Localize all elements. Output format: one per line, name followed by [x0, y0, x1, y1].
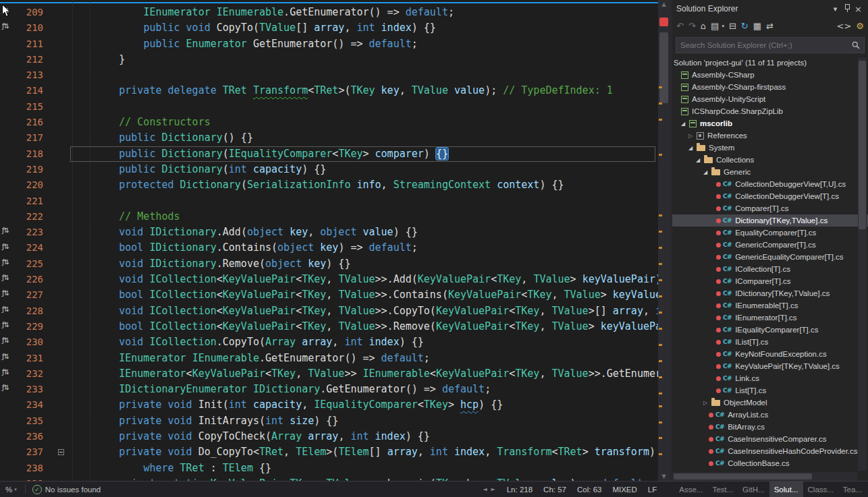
document-health-indicator[interactable]: ✓ No issues found: [28, 485, 105, 494]
tree-item[interactable]: ◢System: [672, 142, 868, 154]
implements-interface-icon[interactable]: ƒ⇅: [2, 274, 9, 281]
code-line-236[interactable]: private void CopyToCheck(Array array, in…: [70, 429, 658, 444]
panel-title-bar[interactable]: Solution Explorer ▾×: [672, 0, 868, 18]
code-line-211[interactable]: public Enumerator GetEnumerator() => def…: [70, 36, 658, 52]
tree-item[interactable]: C#CollectionDebuggerView[T].cs: [672, 190, 868, 202]
expander-icon[interactable]: ◢: [703, 169, 711, 175]
tree-item[interactable]: C#KeyValuePair[TKey,TValue].cs: [672, 360, 868, 372]
implements-interface-icon[interactable]: ƒ⇅: [2, 321, 9, 328]
code-line-222[interactable]: // Methods: [70, 209, 658, 225]
pin-icon[interactable]: [841, 3, 852, 14]
tree-vertical-scrollbar[interactable]: [858, 58, 867, 471]
implements-interface-icon[interactable]: ƒ⇅: [2, 353, 9, 360]
search-box[interactable]: Search Solution Explorer (Ctrl+;): [676, 37, 865, 53]
code-line-231[interactable]: IEnumerator IEnumerable.GetEnumerator() …: [70, 351, 658, 366]
editor-vertical-scrollbar[interactable]: ▲ ▼: [658, 0, 670, 481]
implements-interface-icon[interactable]: ƒ⇅: [2, 384, 9, 391]
tool-window-tab[interactable]: Class...: [803, 481, 838, 497]
implements-interface-icon[interactable]: ƒ⇅: [2, 289, 9, 297]
tree-item[interactable]: C#List[T].cs: [672, 384, 868, 397]
tree-item[interactable]: Assembly-CSharp: [672, 69, 868, 81]
tree-item[interactable]: ◢Generic: [672, 166, 868, 178]
chevron-down-icon[interactable]: ▾: [722, 24, 724, 29]
tree-item[interactable]: C#EqualityComparer[T].cs: [672, 227, 868, 239]
implements-interface-icon[interactable]: ƒ⇅: [2, 305, 9, 313]
code-line-213[interactable]: [70, 67, 658, 83]
code-line-210[interactable]: public void CopyTo(TValue[] array, int i…: [70, 20, 658, 36]
code-line-233[interactable]: IDictionaryEnumerator IDictionary.GetEnu…: [70, 382, 658, 397]
code-line-215[interactable]: [70, 99, 658, 115]
code-line-234[interactable]: private void Init(int capacity, IEqualit…: [70, 397, 658, 413]
wrench-icon[interactable]: ⚙: [856, 21, 864, 32]
implements-interface-icon[interactable]: ƒ⇅: [2, 243, 9, 250]
tree-item[interactable]: C#Comparer[T].cs: [672, 202, 868, 214]
code-line-238[interactable]: where TRet : TElem {}: [70, 461, 658, 476]
tree-item[interactable]: C#IDictionary[TKey,TValue].cs: [672, 287, 868, 299]
home-icon[interactable]: ⌂: [701, 21, 706, 32]
tree-horizontal-scrollbar[interactable]: [672, 472, 857, 481]
tree-item[interactable]: ◢mscorlib: [672, 117, 868, 129]
close-icon[interactable]: ×: [852, 4, 864, 14]
tree-item[interactable]: C#CaseInsensitiveComparer.cs: [672, 433, 868, 445]
tree-item[interactable]: ◢Collections: [672, 154, 868, 166]
refresh-icon[interactable]: ↻: [741, 21, 749, 32]
tree-item[interactable]: C#Link.cs: [672, 372, 868, 384]
tool-window-tab[interactable]: GitH...: [738, 481, 769, 497]
expander-icon[interactable]: ◢: [688, 145, 697, 151]
tree-item[interactable]: C#Dictionary[TKey,TValue].cs: [672, 214, 868, 227]
search-input[interactable]: Search Solution Explorer (Ctrl+;): [680, 41, 852, 49]
code-view-icon[interactable]: <>: [837, 21, 852, 32]
tree-item[interactable]: ▷ObjectModel: [672, 397, 868, 409]
tree-item[interactable]: C#GenericEqualityComparer[T].cs: [672, 251, 868, 263]
show-all-files-icon[interactable]: ▦: [753, 21, 761, 32]
expander-icon[interactable]: ▷: [688, 133, 697, 139]
code-line-227[interactable]: bool ICollection<KeyValuePair<TKey, TVal…: [70, 287, 658, 303]
code-line-232[interactable]: IEnumerator<KeyValuePair<TKey, TValue>> …: [70, 366, 658, 382]
implements-interface-icon[interactable]: ƒ⇅: [2, 7, 9, 14]
code-line-220[interactable]: protected Dictionary(SerializationInfo i…: [70, 177, 658, 193]
scrollbar-up-icon[interactable]: ▲: [658, 1, 670, 7]
tree-item[interactable]: Assembly-UnityScript: [672, 93, 868, 105]
scrollbar-thumb[interactable]: [859, 61, 866, 229]
tree-item[interactable]: C#KeyNotFoundException.cs: [672, 348, 868, 360]
tree-item[interactable]: C#IEnumerable[T].cs: [672, 299, 868, 312]
scroll-right-icon[interactable]: ►: [489, 486, 497, 492]
implements-interface-icon[interactable]: ƒ⇅: [2, 258, 9, 266]
tree-item[interactable]: C#ArrayList.cs: [672, 409, 868, 421]
code-line-239[interactable]: private static KeyValuePair<TKey, TValue…: [70, 476, 658, 481]
scroll-left-icon[interactable]: ◄: [481, 486, 489, 492]
code-area[interactable]: IEnumerator IEnumerable.GetEnumerator() …: [70, 0, 658, 481]
glyph-margin[interactable]: ƒ⇅ƒ⇅ƒ⇅ƒ⇅ƒ⇅ƒ⇅ƒ⇅ƒ⇅ƒ⇅ƒ⇅ƒ⇅ƒ⇅ƒ⇅: [0, 0, 18, 481]
tree-item[interactable]: C#IList[T].cs: [672, 336, 868, 348]
switch-views-icon[interactable]: ▤: [711, 21, 719, 32]
code-line-226[interactable]: void ICollection<KeyValuePair<TKey, TVal…: [70, 272, 658, 287]
tree-item[interactable]: C#CollectionBase.cs: [672, 457, 868, 469]
zoom-control[interactable]: % ▾: [0, 486, 22, 494]
sync-with-active-document-icon[interactable]: ⇄: [766, 21, 774, 32]
back-icon[interactable]: ↶: [676, 21, 684, 32]
scrollbar-down-icon[interactable]: ▼: [658, 473, 670, 479]
tree-item[interactable]: C#IEqualityComparer[T].cs: [672, 324, 868, 336]
tool-window-tab[interactable]: Asse...: [674, 481, 707, 497]
tree-item[interactable]: C#IEnumerator[T].cs: [672, 312, 868, 324]
tree-item[interactable]: Assembly-CSharp-firstpass: [672, 81, 868, 93]
code-line-223[interactable]: void IDictionary.Add(object key, object …: [70, 225, 658, 240]
tree-item[interactable]: C#CaseInsensitiveHashCodeProvider.cs: [672, 445, 868, 457]
tool-window-tab[interactable]: Test...: [707, 481, 738, 497]
code-line-216[interactable]: // Constructors: [70, 115, 658, 130]
code-line-221[interactable]: [70, 194, 658, 209]
tree-item[interactable]: C#GenericComparer[T].cs: [672, 239, 868, 251]
forward-icon[interactable]: ↷: [688, 21, 696, 32]
tree-item[interactable]: C#CollectionDebuggerView[T,U].cs: [672, 178, 868, 190]
code-line-218[interactable]: public Dictionary(IEqualityComparer<TKey…: [70, 146, 658, 162]
code-line-237[interactable]: private void Do_CopyTo<TRet, TElem>(TEle…: [70, 444, 658, 460]
outlining-margin[interactable]: [57, 0, 70, 481]
expander-icon[interactable]: ▷: [703, 400, 711, 406]
code-line-212[interactable]: }: [70, 52, 658, 67]
tree-item[interactable]: C#BitArray.cs: [672, 421, 868, 433]
code-editor[interactable]: ƒ⇅ƒ⇅ƒ⇅ƒ⇅ƒ⇅ƒ⇅ƒ⇅ƒ⇅ƒ⇅ƒ⇅ƒ⇅ƒ⇅ƒ⇅ 2092102112122…: [0, 0, 670, 481]
tool-window-tab[interactable]: Solut...: [769, 481, 803, 497]
code-line-229[interactable]: bool ICollection<KeyValuePair<TKey, TVal…: [70, 319, 658, 334]
code-line-219[interactable]: public Dictionary(int capacity) {}: [70, 162, 658, 177]
code-line-235[interactable]: private void InitArrays(int size) {}: [70, 413, 658, 429]
